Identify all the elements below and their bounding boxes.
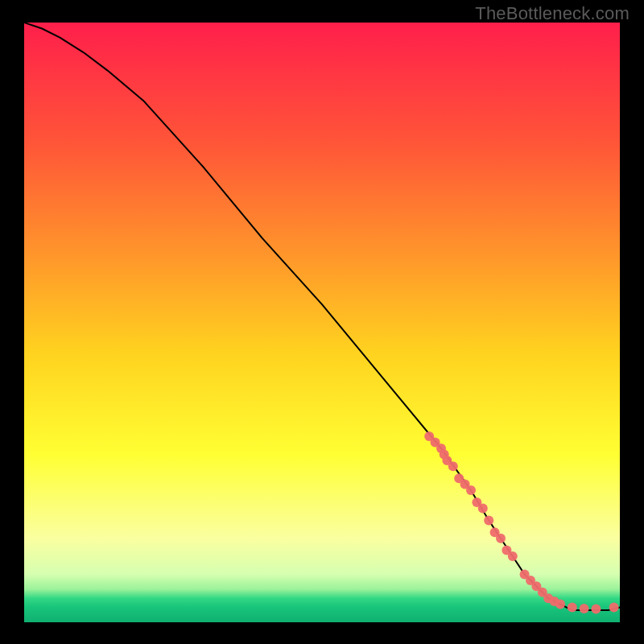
data-point	[448, 461, 458, 471]
bottleneck-chart	[0, 0, 644, 644]
data-point	[466, 485, 476, 495]
data-point	[508, 551, 518, 561]
data-point	[478, 504, 488, 514]
data-point	[591, 605, 601, 614]
data-point	[496, 534, 506, 543]
chart-stage: TheBottleneck.com	[0, 0, 644, 644]
data-point	[609, 602, 619, 612]
chart-background	[24, 23, 620, 622]
data-point	[580, 604, 589, 613]
data-point	[555, 600, 565, 609]
data-point	[568, 602, 577, 612]
watermark-text: TheBottleneck.com	[475, 3, 630, 24]
data-point	[484, 515, 493, 525]
